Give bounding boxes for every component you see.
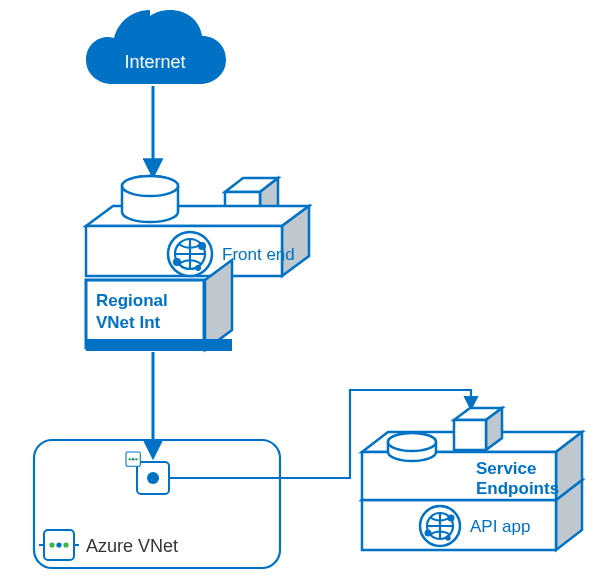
internet-cloud-icon: Internet xyxy=(86,10,226,84)
svg-point-12 xyxy=(195,265,201,271)
svg-point-40 xyxy=(448,515,455,522)
svg-point-22 xyxy=(129,458,132,461)
vnet-peering-icon xyxy=(39,530,79,560)
vnet-label: Azure VNet xyxy=(86,536,178,556)
svg-point-25 xyxy=(147,472,159,484)
service-endpoints-label-line1: Service xyxy=(476,459,537,478)
svg-point-36 xyxy=(388,433,436,451)
svg-point-24 xyxy=(135,458,138,461)
vnet-subnet-node-icon xyxy=(126,452,169,494)
svg-rect-15 xyxy=(86,339,232,351)
vnet-int-label-line2: VNet Int xyxy=(96,313,161,332)
svg-point-19 xyxy=(63,542,68,547)
api-app-label: API app xyxy=(470,517,531,536)
svg-point-41 xyxy=(445,535,450,540)
app-service-globe-icon xyxy=(168,232,212,276)
svg-point-10 xyxy=(173,258,181,266)
internet-label: Internet xyxy=(124,52,185,72)
svg-point-7 xyxy=(122,176,178,196)
svg-marker-34 xyxy=(454,420,486,450)
svg-point-23 xyxy=(132,458,135,461)
vnet-int-label-line1: Regional xyxy=(96,291,168,310)
svg-point-17 xyxy=(49,542,54,547)
architecture-diagram: Internet Front end Regional VNet Int xyxy=(0,0,600,583)
svg-point-39 xyxy=(425,530,432,537)
api-app-globe-icon xyxy=(420,506,460,546)
service-endpoints-label-line2: Endpoints xyxy=(476,479,559,498)
svg-marker-3 xyxy=(86,206,309,226)
svg-point-18 xyxy=(56,542,61,547)
svg-point-11 xyxy=(198,242,206,250)
